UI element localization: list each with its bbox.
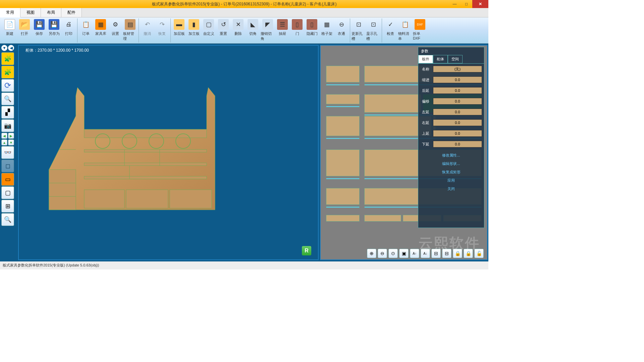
- checker-icon[interactable]: ▞: [1, 106, 14, 119]
- align4-icon[interactable]: ▼: [8, 139, 14, 145]
- cube-icon[interactable]: ◻: [1, 160, 14, 172]
- lock2-icon[interactable]: 🔒: [464, 249, 473, 258]
- cut-button[interactable]: ◣切角: [246, 18, 260, 41]
- bottom-toolbar: ⊕ ⊖ ⊙ ▣ A↑ A↓ ⊟ ⊟ 🔒 🔒 🔓: [367, 249, 484, 258]
- lock1-icon[interactable]: 🔒: [453, 249, 462, 258]
- refresh-icon[interactable]: ⟳: [1, 79, 14, 92]
- showholes-button[interactable]: ⊡显示孔槽: [366, 18, 380, 41]
- reset-button[interactable]: ↺重置: [216, 18, 230, 41]
- camera-icon[interactable]: 📷: [1, 119, 14, 132]
- search-tool-icon[interactable]: 🔍: [1, 213, 14, 226]
- textdec-icon[interactable]: A↓: [421, 249, 430, 258]
- nav-icon[interactable]: ◀: [8, 45, 14, 51]
- svg-rect-14: [49, 170, 76, 210]
- lock3-icon[interactable]: 🔓: [474, 249, 484, 258]
- 3d-viewport[interactable]: 柜体：2370.00 * 1200.00 * 1700.00 R: [18, 45, 319, 260]
- rail2-icon[interactable]: ⊟: [442, 249, 451, 258]
- left-input[interactable]: [433, 109, 482, 115]
- save-button[interactable]: 💾保存: [32, 18, 46, 41]
- layers2-icon[interactable]: ▣: [399, 249, 409, 258]
- edit-shape-link[interactable]: 编辑形状...: [442, 161, 460, 166]
- print-button[interactable]: 🖨打印: [62, 18, 76, 41]
- order-button[interactable]: 📋订单: [79, 18, 93, 41]
- addvert-button[interactable]: ▮加立板: [187, 18, 201, 41]
- tab-accessory[interactable]: 配件: [61, 8, 82, 17]
- addshelf-button[interactable]: ▬加层板: [172, 18, 186, 41]
- left-toolbar: ▼◀ 🧩 🧩 ⟳ 🔍 ▞ 📷 ◀▶ ▲▼ 👓 ◻ ▭ ▢ ⊞ 🔍 x: [0, 44, 17, 261]
- bottom-input[interactable]: [433, 141, 482, 147]
- door-button[interactable]: ▯门: [290, 18, 304, 41]
- binoc-icon[interactable]: 👓: [1, 146, 14, 159]
- indent-input[interactable]: [433, 76, 482, 83]
- saveas-button[interactable]: 💾另存为: [47, 18, 61, 41]
- open-button[interactable]: 📂打开: [17, 18, 32, 41]
- svg-rect-11: [84, 190, 124, 208]
- tab-common[interactable]: 常用: [0, 8, 20, 17]
- cabinet-dimensions: 柜体：2370.00 * 1200.00 * 1700.00: [25, 48, 89, 53]
- ribbon-toolbar: 📄新建 📂打开 💾保存 💾另存为 🖨打印 📋订单 ▦家具库 ⚙设置 ▤板材管理 …: [0, 17, 488, 44]
- rect-icon[interactable]: ▭: [1, 173, 14, 186]
- panel-tab-board[interactable]: 板件: [418, 55, 433, 63]
- textinc-icon[interactable]: A↑: [410, 249, 419, 258]
- title-bar: 板式家具参数化拆单软件2015(专业版) - 订单号(2016061315230…: [0, 0, 488, 8]
- undocut-button[interactable]: ◤撤销切角: [261, 18, 275, 41]
- r-badge: R: [302, 246, 311, 255]
- layers-icon[interactable]: ▢: [1, 186, 14, 199]
- custom-button[interactable]: ▢自定义: [202, 18, 216, 41]
- updateholes-button[interactable]: ⊡更新孔槽: [352, 18, 366, 41]
- panel-tab-space[interactable]: 空间: [448, 55, 463, 63]
- svg-rect-7: [84, 176, 207, 179]
- indent-label: 缩进: [420, 77, 431, 82]
- tab-view[interactable]: 视图: [20, 8, 41, 17]
- undo-button[interactable]: ↶撤消: [140, 18, 154, 41]
- rail-icon[interactable]: ⊟: [431, 249, 441, 258]
- new-button[interactable]: 📄新建: [3, 18, 17, 41]
- minimize-button[interactable]: —: [449, 0, 461, 8]
- maximize-button[interactable]: □: [461, 0, 472, 8]
- check-button[interactable]: ✓检查: [383, 18, 397, 41]
- back-input[interactable]: [433, 87, 482, 94]
- restore-rect-link[interactable]: 恢复成矩形: [442, 170, 461, 175]
- panel-tab-cabinet[interactable]: 柜体: [433, 55, 448, 63]
- bom-button[interactable]: 📋物料清单: [398, 18, 412, 41]
- offset-input[interactable]: [433, 98, 482, 105]
- grid-tool-icon[interactable]: ⊞: [1, 200, 14, 213]
- library-button[interactable]: ▦家具库: [94, 18, 108, 41]
- collapse-icon[interactable]: ▼: [1, 45, 7, 51]
- edit-props-link[interactable]: 修改属性...: [442, 153, 460, 158]
- top-input[interactable]: [433, 130, 482, 137]
- grid-button[interactable]: ▦格子架: [320, 18, 334, 41]
- svg-rect-12: [126, 190, 168, 208]
- redo-button[interactable]: ↷恢复: [155, 18, 169, 41]
- settings-button[interactable]: ⚙设置: [108, 18, 122, 41]
- bottom-label: 下延: [420, 142, 431, 147]
- name-input[interactable]: [433, 66, 482, 72]
- 2d-viewport[interactable]: ↖ 参数 板件 柜体 空间 名称 缩进 后延 偏移 左延 右延 上延 下延 修改…: [320, 45, 488, 260]
- align2-icon[interactable]: ▶: [8, 133, 14, 139]
- puzzle-del-icon[interactable]: 🧩: [1, 66, 14, 78]
- delete-button[interactable]: ✕删除: [231, 18, 245, 41]
- align-icon[interactable]: ◀: [1, 133, 7, 139]
- puzzle-add-icon[interactable]: 🧩: [1, 52, 14, 65]
- status-bar: 板式家具参数化拆单软件2015(专业版) (Update 5.0.63(obj)…: [0, 261, 488, 269]
- zoomfit-icon[interactable]: ⊙: [388, 249, 398, 258]
- rod-button[interactable]: ⊖衣通: [334, 18, 348, 41]
- close-button[interactable]: ✕: [472, 0, 488, 8]
- hidedoor-button[interactable]: ▯隐藏门: [305, 18, 319, 41]
- left-label: 左延: [420, 110, 431, 115]
- drawer-button[interactable]: ☰抽屉: [275, 18, 289, 41]
- right-input[interactable]: [433, 119, 482, 126]
- zoomout-icon[interactable]: ⊖: [378, 249, 387, 258]
- top-label: 上延: [420, 131, 431, 136]
- close-link[interactable]: 关闭: [447, 186, 455, 191]
- offset-label: 偏移: [420, 99, 431, 104]
- align3-icon[interactable]: ▲: [1, 139, 7, 145]
- zoom-icon[interactable]: 🔍: [1, 93, 14, 105]
- zoomin-icon[interactable]: ⊕: [367, 249, 376, 258]
- apply-link[interactable]: 应用: [447, 178, 455, 183]
- tab-layout[interactable]: 布局: [41, 8, 61, 17]
- svg-rect-6: [84, 163, 207, 166]
- materials-button[interactable]: ▤板材管理: [123, 18, 137, 41]
- back-label: 后延: [420, 88, 431, 93]
- dxf-button[interactable]: DXF拆单DXF: [413, 18, 427, 41]
